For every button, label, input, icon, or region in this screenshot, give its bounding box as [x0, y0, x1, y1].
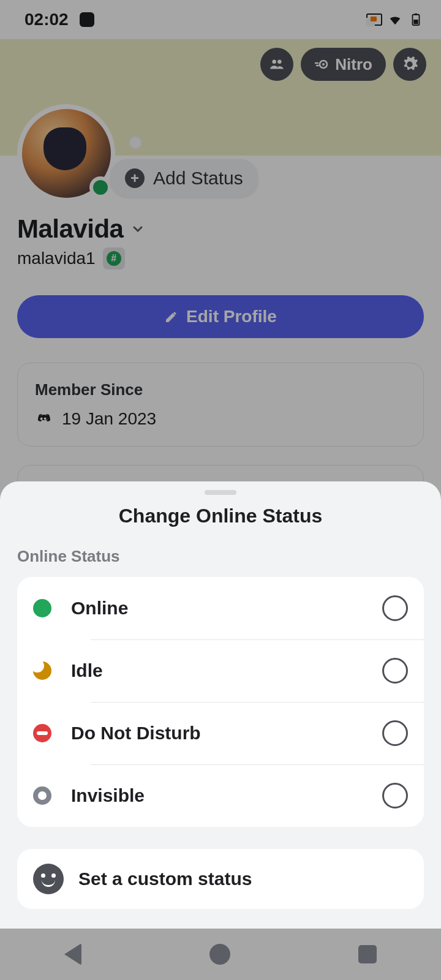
- radio-button[interactable]: [382, 783, 408, 809]
- radio-button[interactable]: [382, 720, 408, 746]
- set-custom-status-button[interactable]: Set a custom status: [17, 849, 424, 909]
- dnd-icon: [33, 724, 51, 742]
- smiley-icon: [33, 864, 64, 894]
- section-label: Online Status: [17, 547, 424, 566]
- status-options-list: Online Idle Do Not Disturb Invisible: [17, 577, 424, 827]
- sheet-title: Change Online Status: [17, 505, 424, 527]
- status-option-label: Invisible: [71, 785, 363, 806]
- home-button[interactable]: [209, 944, 230, 965]
- sheet-grabber[interactable]: [205, 490, 236, 495]
- custom-status-label: Set a custom status: [78, 869, 252, 889]
- recents-button[interactable]: [358, 945, 377, 963]
- status-option-invisible[interactable]: Invisible: [17, 764, 424, 827]
- status-option-label: Online: [71, 598, 363, 619]
- status-option-online[interactable]: Online: [17, 577, 424, 639]
- status-option-dnd[interactable]: Do Not Disturb: [17, 702, 424, 764]
- online-icon: [33, 599, 51, 617]
- android-navbar: [0, 929, 441, 980]
- idle-icon: [33, 662, 51, 680]
- invisible-icon: [33, 786, 51, 805]
- status-option-label: Idle: [71, 660, 363, 681]
- radio-button[interactable]: [382, 595, 408, 621]
- back-button[interactable]: [64, 943, 81, 965]
- status-bottom-sheet: Change Online Status Online Status Onlin…: [0, 481, 441, 929]
- status-option-idle[interactable]: Idle: [17, 639, 424, 702]
- screen: 02:02 Nitro + Add Status M: [0, 0, 441, 980]
- status-option-label: Do Not Disturb: [71, 723, 363, 744]
- radio-button[interactable]: [382, 658, 408, 684]
